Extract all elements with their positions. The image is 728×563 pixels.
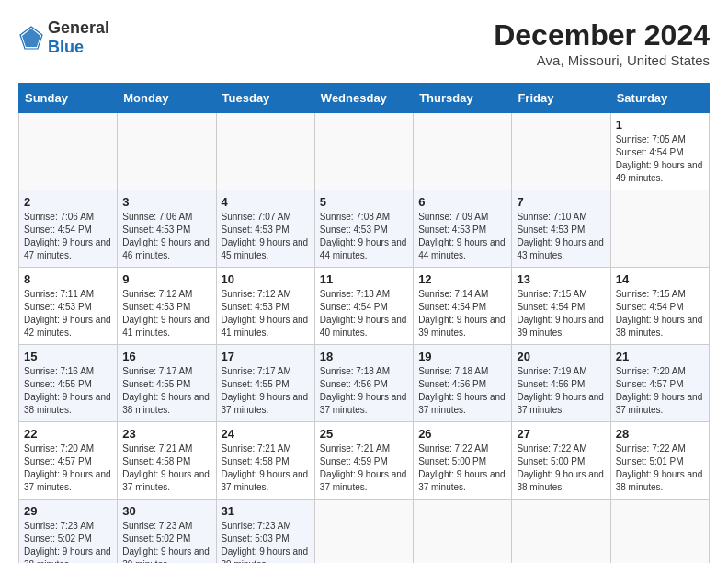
- calendar-header-row: SundayMondayTuesdayWednesdayThursdayFrid…: [19, 84, 710, 113]
- calendar-day: 9Sunrise: 7:12 AMSunset: 4:53 PMDaylight…: [118, 268, 216, 345]
- calendar-table: SundayMondayTuesdayWednesdayThursdayFrid…: [18, 83, 710, 563]
- column-header-friday: Friday: [512, 84, 610, 113]
- calendar-week-row: 2Sunrise: 7:06 AMSunset: 4:54 PMDaylight…: [19, 190, 710, 268]
- day-number: 13: [517, 272, 605, 286]
- calendar-day: 25Sunrise: 7:21 AMSunset: 4:59 PMDayligh…: [314, 422, 413, 500]
- day-info: Sunrise: 7:23 AMSunset: 5:02 PMDaylight:…: [122, 521, 210, 563]
- day-number: 21: [616, 350, 704, 363]
- day-number: 28: [616, 427, 704, 441]
- day-info: Sunrise: 7:23 AMSunset: 5:03 PMDaylight:…: [222, 521, 309, 563]
- empty-cell: [314, 113, 413, 190]
- day-info: Sunrise: 7:20 AMSunset: 4:57 PMDaylight:…: [616, 366, 703, 415]
- calendar-day: 12Sunrise: 7:14 AMSunset: 4:54 PMDayligh…: [414, 268, 512, 345]
- day-info: Sunrise: 7:21 AMSunset: 4:58 PMDaylight:…: [222, 443, 309, 492]
- calendar-day: 18Sunrise: 7:18 AMSunset: 4:56 PMDayligh…: [314, 345, 413, 422]
- calendar-day: 31Sunrise: 7:23 AMSunset: 5:03 PMDayligh…: [216, 500, 314, 564]
- day-number: 27: [517, 427, 605, 441]
- day-number: 9: [122, 272, 210, 286]
- day-info: Sunrise: 7:13 AMSunset: 4:54 PMDaylight:…: [320, 289, 407, 338]
- calendar-day: 13Sunrise: 7:15 AMSunset: 4:54 PMDayligh…: [512, 268, 610, 345]
- calendar-day: 17Sunrise: 7:17 AMSunset: 4:55 PMDayligh…: [216, 345, 314, 422]
- calendar-day: 21Sunrise: 7:20 AMSunset: 4:57 PMDayligh…: [610, 345, 709, 422]
- day-info: Sunrise: 7:10 AMSunset: 4:53 PMDaylight:…: [517, 212, 604, 260]
- logo-blue-text: Blue: [48, 38, 84, 56]
- day-info: Sunrise: 7:17 AMSunset: 4:55 PMDaylight:…: [122, 366, 210, 415]
- empty-cell: [216, 113, 314, 190]
- calendar-week-row: 15Sunrise: 7:16 AMSunset: 4:55 PMDayligh…: [19, 345, 710, 422]
- empty-cell: [314, 500, 413, 564]
- day-info: Sunrise: 7:06 AMSunset: 4:54 PMDaylight:…: [24, 212, 111, 260]
- page-header: General Blue December 2024 Ava, Missouri…: [18, 18, 710, 68]
- column-header-wednesday: Wednesday: [314, 84, 413, 113]
- empty-cell: [610, 500, 709, 564]
- day-info: Sunrise: 7:16 AMSunset: 4:55 PMDaylight:…: [24, 366, 111, 415]
- empty-cell: [610, 190, 709, 268]
- day-info: Sunrise: 7:18 AMSunset: 4:56 PMDaylight:…: [320, 366, 407, 415]
- day-number: 8: [24, 272, 112, 286]
- day-info: Sunrise: 7:12 AMSunset: 4:53 PMDaylight:…: [122, 289, 210, 338]
- day-info: Sunrise: 7:14 AMSunset: 4:54 PMDaylight:…: [418, 289, 506, 338]
- day-number: 10: [222, 272, 310, 286]
- calendar-day: 20Sunrise: 7:19 AMSunset: 4:56 PMDayligh…: [512, 345, 610, 422]
- day-number: 24: [222, 427, 310, 441]
- day-number: 23: [122, 427, 210, 441]
- logo: General Blue: [18, 18, 109, 57]
- column-header-sunday: Sunday: [19, 84, 118, 113]
- day-number: 11: [320, 272, 408, 286]
- day-number: 5: [320, 195, 408, 209]
- calendar-day: 7Sunrise: 7:10 AMSunset: 4:53 PMDaylight…: [512, 190, 610, 268]
- day-info: Sunrise: 7:05 AMSunset: 4:54 PMDaylight:…: [616, 134, 703, 183]
- day-number: 3: [122, 195, 210, 209]
- calendar-day: 19Sunrise: 7:18 AMSunset: 4:56 PMDayligh…: [414, 345, 512, 422]
- calendar-week-row: 29Sunrise: 7:23 AMSunset: 5:02 PMDayligh…: [19, 500, 710, 564]
- day-number: 19: [418, 350, 506, 363]
- day-number: 2: [24, 195, 112, 209]
- calendar-day: 5Sunrise: 7:08 AMSunset: 4:53 PMDaylight…: [314, 190, 413, 268]
- column-header-monday: Monday: [118, 84, 216, 113]
- day-number: 16: [122, 350, 210, 363]
- day-number: 25: [320, 427, 408, 441]
- day-info: Sunrise: 7:12 AMSunset: 4:53 PMDaylight:…: [222, 289, 309, 338]
- day-number: 29: [24, 504, 112, 518]
- day-info: Sunrise: 7:15 AMSunset: 4:54 PMDaylight:…: [616, 289, 703, 338]
- empty-cell: [512, 113, 610, 190]
- day-info: Sunrise: 7:07 AMSunset: 4:53 PMDaylight:…: [222, 212, 309, 260]
- day-number: 20: [517, 350, 605, 363]
- calendar-day: 28Sunrise: 7:22 AMSunset: 5:01 PMDayligh…: [610, 422, 709, 500]
- calendar-day: 4Sunrise: 7:07 AMSunset: 4:53 PMDaylight…: [216, 190, 314, 268]
- day-info: Sunrise: 7:15 AMSunset: 4:54 PMDaylight:…: [517, 289, 604, 338]
- day-info: Sunrise: 7:22 AMSunset: 5:00 PMDaylight:…: [517, 443, 604, 492]
- calendar-day: 27Sunrise: 7:22 AMSunset: 5:00 PMDayligh…: [512, 422, 610, 500]
- calendar-day: 26Sunrise: 7:22 AMSunset: 5:00 PMDayligh…: [414, 422, 512, 500]
- empty-cell: [414, 113, 512, 190]
- location-title: Ava, Missouri, United States: [494, 52, 710, 68]
- calendar-day: 30Sunrise: 7:23 AMSunset: 5:02 PMDayligh…: [118, 500, 216, 564]
- day-number: 6: [418, 195, 506, 209]
- title-area: December 2024 Ava, Missouri, United Stat…: [494, 18, 710, 68]
- calendar-day: 2Sunrise: 7:06 AMSunset: 4:54 PMDaylight…: [19, 190, 118, 268]
- day-number: 31: [222, 504, 310, 518]
- calendar-week-row: 8Sunrise: 7:11 AMSunset: 4:53 PMDaylight…: [19, 268, 710, 345]
- day-number: 7: [517, 195, 605, 209]
- calendar-day: 10Sunrise: 7:12 AMSunset: 4:53 PMDayligh…: [216, 268, 314, 345]
- column-header-tuesday: Tuesday: [216, 84, 314, 113]
- day-number: 1: [616, 118, 704, 132]
- calendar-day: 11Sunrise: 7:13 AMSunset: 4:54 PMDayligh…: [314, 268, 413, 345]
- calendar-day: 23Sunrise: 7:21 AMSunset: 4:58 PMDayligh…: [118, 422, 216, 500]
- day-info: Sunrise: 7:22 AMSunset: 5:01 PMDaylight:…: [616, 443, 703, 492]
- empty-cell: [118, 113, 216, 190]
- logo-icon: [18, 25, 44, 51]
- day-number: 4: [222, 195, 310, 209]
- day-info: Sunrise: 7:23 AMSunset: 5:02 PMDaylight:…: [24, 521, 111, 563]
- day-number: 18: [320, 350, 408, 363]
- day-info: Sunrise: 7:18 AMSunset: 4:56 PMDaylight:…: [418, 366, 506, 415]
- day-number: 26: [418, 427, 506, 441]
- calendar-day: 6Sunrise: 7:09 AMSunset: 4:53 PMDaylight…: [414, 190, 512, 268]
- calendar-day: 29Sunrise: 7:23 AMSunset: 5:02 PMDayligh…: [19, 500, 118, 564]
- day-info: Sunrise: 7:22 AMSunset: 5:00 PMDaylight:…: [418, 443, 506, 492]
- calendar-day: 22Sunrise: 7:20 AMSunset: 4:57 PMDayligh…: [19, 422, 118, 500]
- month-title: December 2024: [494, 18, 710, 52]
- calendar-week-row: 1Sunrise: 7:05 AMSunset: 4:54 PMDaylight…: [19, 113, 710, 190]
- empty-cell: [414, 500, 512, 564]
- day-info: Sunrise: 7:08 AMSunset: 4:53 PMDaylight:…: [320, 212, 407, 260]
